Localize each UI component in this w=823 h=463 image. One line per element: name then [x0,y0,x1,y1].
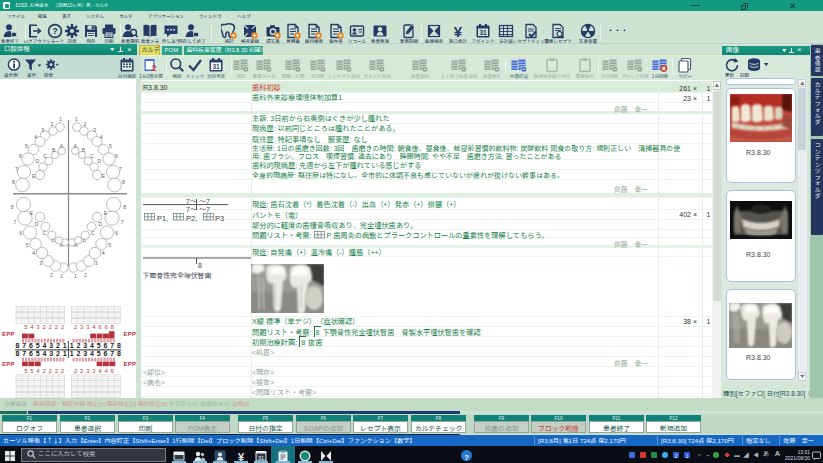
svg-text:2: 2 [49,366,53,375]
svg-text:6: 6 [19,152,22,159]
svg-text:1: 1 [60,272,63,279]
svg-text:2: 2 [55,366,59,375]
svg-text:2: 2 [84,120,87,127]
svg-text:2: 2 [74,366,78,375]
svg-text:2: 2 [61,366,65,375]
svg-text:2: 2 [50,271,53,278]
svg-text:1: 1 [75,115,78,122]
svg-text:4: 4 [36,366,40,375]
svg-text:7: 7 [119,165,122,172]
svg-text:6: 6 [115,152,118,159]
svg-text:D: D [98,157,102,164]
svg-text:4: 4 [100,133,103,140]
svg-text:2: 2 [51,120,54,127]
svg-text:2: 2 [84,271,87,278]
svg-text:7: 7 [15,165,18,172]
svg-text:3: 3 [86,366,90,375]
svg-text:8: 8 [12,178,15,185]
svg-text:2: 2 [80,366,84,375]
svg-text:4: 4 [34,133,37,140]
svg-text:1: 1 [59,115,62,122]
svg-text:EPP: EPP [124,329,137,338]
svg-text:P1,: P1, [157,212,168,223]
svg-text:3: 3 [41,126,44,133]
svg-text:4: 4 [104,366,108,375]
svg-text:5: 5 [25,142,28,149]
svg-text:EPP: EPP [124,359,137,368]
svg-text:D: D [36,157,40,164]
svg-text:EPP: EPP [2,359,15,368]
svg-text:2: 2 [42,366,46,375]
svg-text:C: C [90,152,94,159]
svg-text:7: 7 [13,218,16,225]
svg-text:8: 8 [198,260,202,270]
svg-text:7: 7 [121,218,124,225]
svg-text:P3: P3 [215,212,224,223]
svg-text:5: 5 [108,241,111,248]
svg-text:4: 4 [98,366,102,375]
svg-text:4: 4 [32,249,35,256]
svg-text:6: 6 [111,366,115,375]
svg-text:C: C [43,152,47,159]
svg-text:6: 6 [19,229,22,236]
svg-text:5: 5 [26,241,29,248]
svg-text:5: 5 [109,142,112,149]
svg-text:6: 6 [115,229,118,236]
svg-text:4: 4 [102,249,105,256]
svg-text:3: 3 [93,126,96,133]
svg-text:B: B [82,146,86,153]
svg-text:1: 1 [74,272,77,279]
svg-text:8: 8 [123,203,126,210]
svg-text:3: 3 [39,259,42,266]
svg-text:8: 8 [122,178,125,185]
svg-text:3: 3 [95,259,98,266]
svg-text:下顎骨性完全埋伏智歯: 下顎骨性完全埋伏智歯 [143,270,212,280]
svg-text:～7: ～7 [199,204,210,214]
svg-text:E: E [102,172,106,179]
svg-text:5: 5 [30,366,34,375]
svg-text:3: 3 [92,366,96,375]
svg-text:8: 8 [11,203,14,210]
svg-text:E: E [30,209,34,216]
svg-text:5: 5 [24,366,28,375]
svg-text:P2,: P2, [186,212,197,223]
svg-text:EPP: EPP [2,329,15,338]
